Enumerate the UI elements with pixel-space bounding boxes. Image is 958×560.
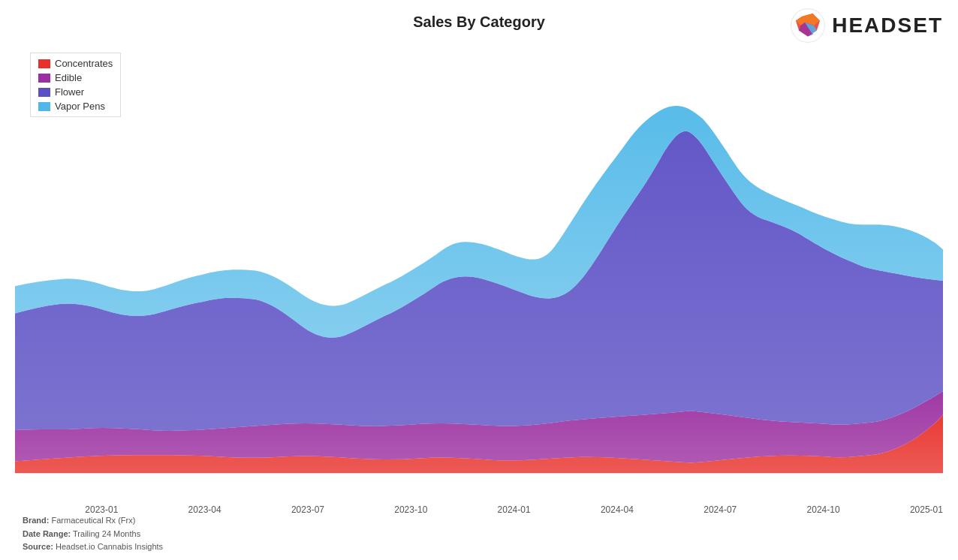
footer-brand-label: Brand: xyxy=(23,516,49,525)
x-label-2: 2023-04 xyxy=(188,504,221,515)
legend-label-concentrates: Concentrates xyxy=(55,58,113,69)
legend-item-vapor-pens: Vapor Pens xyxy=(38,101,113,112)
logo-text: HEADSET xyxy=(832,14,943,38)
footer-source-value: Headset.io Cannabis Insights xyxy=(56,542,163,551)
legend-label-edible: Edible xyxy=(55,72,82,83)
legend-label-flower: Flower xyxy=(55,86,84,98)
footer-date: Date Range: Trailing 24 Months xyxy=(23,528,163,541)
chart-svg xyxy=(15,49,943,492)
legend-swatch-edible xyxy=(38,74,50,83)
flower-area xyxy=(15,131,943,431)
legend-item-edible: Edible xyxy=(38,72,113,83)
logo-area: HEADSET xyxy=(790,8,943,44)
x-label-4: 2023-10 xyxy=(394,504,427,515)
x-label-5: 2024-01 xyxy=(498,504,531,515)
x-label-6: 2024-04 xyxy=(601,504,634,515)
x-label-8: 2024-10 xyxy=(807,504,840,515)
chart-area xyxy=(15,49,943,492)
footer-date-value: Trailing 24 Months xyxy=(73,529,140,538)
footer-brand-value: Farmaceutical Rx (Frx) xyxy=(52,516,136,525)
x-axis-labels: 2023-01 2023-04 2023-07 2023-10 2024-01 … xyxy=(15,504,943,515)
headset-logo-icon xyxy=(790,8,826,44)
chart-legend: Concentrates Edible Flower Vapor Pens xyxy=(30,53,121,117)
x-label-3: 2023-07 xyxy=(291,504,324,515)
legend-swatch-vapor-pens xyxy=(38,102,50,111)
footer-info: Brand: Farmaceutical Rx (Frx) Date Range… xyxy=(23,514,163,554)
legend-label-vapor-pens: Vapor Pens xyxy=(55,101,105,112)
footer-source-label: Source: xyxy=(23,542,53,551)
footer-source: Source: Headset.io Cannabis Insights xyxy=(23,540,163,554)
legend-swatch-concentrates xyxy=(38,59,50,68)
legend-swatch-flower xyxy=(38,88,50,97)
footer-date-label: Date Range: xyxy=(23,529,71,538)
legend-item-flower: Flower xyxy=(38,86,113,98)
x-label-9: 2025-01 xyxy=(910,504,943,515)
legend-item-concentrates: Concentrates xyxy=(38,58,113,69)
chart-container: HEADSET Sales By Category Concentrates E… xyxy=(0,0,958,560)
x-label-7: 2024-07 xyxy=(703,504,737,515)
footer-brand: Brand: Farmaceutical Rx (Frx) xyxy=(23,514,163,528)
x-label-1: 2023-01 xyxy=(85,504,118,515)
